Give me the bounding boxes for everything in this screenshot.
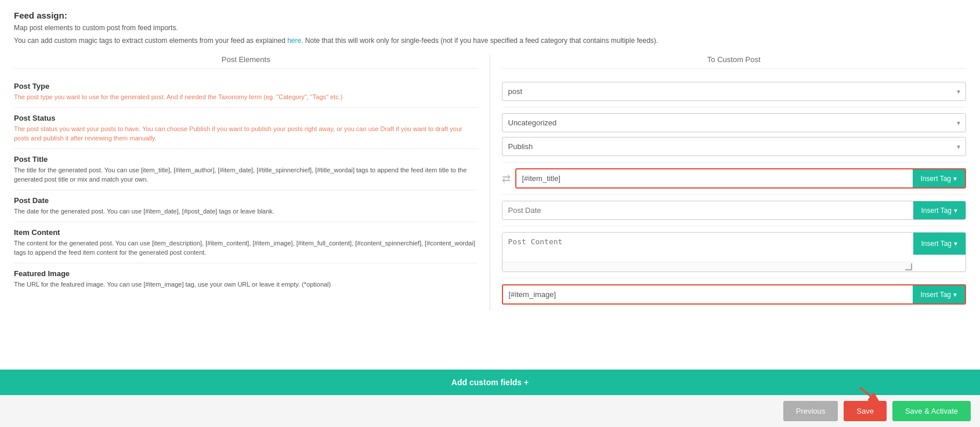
right-field-featured-image: Insert Tag ▾ <box>502 278 967 310</box>
arrow-indicator-svg <box>857 385 886 408</box>
note-link[interactable]: here <box>287 37 301 45</box>
featured-image-chevron-icon: ▾ <box>953 291 957 299</box>
post-title-input-wrapper: Insert Tag ▾ <box>515 168 967 189</box>
post-content-chevron-icon: ▾ <box>954 240 957 248</box>
field-group-post-title: Post Title The title for the generated p… <box>14 149 478 190</box>
field-group-post-status: Post Status The post status you want you… <box>14 108 478 149</box>
shuffle-icon[interactable]: ⇄ <box>502 172 511 185</box>
right-field-item-content: Insert Tag ▾ <box>502 226 967 278</box>
right-field-post-status: Uncategorized ▾ Publish Draft ▾ <box>502 107 967 162</box>
left-col-header: Post Elements <box>14 55 478 69</box>
post-date-insert-tag-button[interactable]: Insert Tag ▾ <box>913 201 965 219</box>
post-type-select[interactable]: post page <box>502 82 967 101</box>
right-field-post-type: post page ▾ <box>502 76 967 107</box>
insert-tag-chevron-icon: ▾ <box>953 175 957 183</box>
post-type-select-wrapper: post page ▾ <box>502 82 967 101</box>
save-activate-button[interactable]: Save & Activate <box>892 401 971 421</box>
featured-image-insert-tag-button[interactable]: Insert Tag ▾ <box>913 285 965 303</box>
page-container: Feed assign: Map post elements to custom… <box>0 0 980 427</box>
featured-image-input-wrapper: Insert Tag ▾ <box>502 284 967 305</box>
field-label-featured-image: Featured Image <box>14 269 478 278</box>
previous-button[interactable]: Previous <box>783 401 838 421</box>
post-status-category-wrapper: Uncategorized ▾ <box>502 113 967 132</box>
post-date-chevron-icon: ▾ <box>954 207 957 215</box>
field-desc-post-title: The title for the generated post. You ca… <box>14 166 478 184</box>
arrow-indicator <box>857 385 886 410</box>
page-title: Feed assign: <box>14 10 966 20</box>
field-group-post-date: Post Date The date for the generated pos… <box>14 190 478 222</box>
field-label-post-title: Post Title <box>14 155 478 164</box>
post-status-publish-wrapper: Publish Draft ▾ <box>502 137 967 156</box>
featured-image-input[interactable] <box>503 285 913 303</box>
field-desc-item-content: The content for the generated post. You … <box>14 239 478 257</box>
post-date-input-wrapper: Insert Tag ▾ <box>502 201 967 220</box>
field-label-post-type: Post Type <box>14 82 478 91</box>
two-col-layout: Post Elements Post Type The post type yo… <box>14 55 966 310</box>
post-title-insert-tag-button[interactable]: Insert Tag ▾ <box>913 169 965 187</box>
field-group-item-content: Item Content The content for the generat… <box>14 222 478 263</box>
field-group-post-type: Post Type The post type you want to use … <box>14 76 478 108</box>
right-field-post-date: Insert Tag ▾ <box>502 195 967 226</box>
post-content-insert-tag-button[interactable]: Insert Tag ▾ <box>913 233 965 255</box>
field-desc-post-date: The date for the generated post. You can… <box>14 207 478 216</box>
post-date-insert-tag-label: Insert Tag <box>921 207 952 215</box>
post-content-insert-tag-label: Insert Tag <box>921 240 952 248</box>
post-status-category-select[interactable]: Uncategorized <box>502 113 967 132</box>
post-status-publish-select[interactable]: Publish Draft <box>502 137 967 156</box>
field-label-item-content: Item Content <box>14 228 478 237</box>
insert-tag-label: Insert Tag <box>921 175 951 183</box>
description-note: You can add custom magic tags to extract… <box>14 35 966 46</box>
add-custom-fields-label: Add custom fields + <box>451 378 529 387</box>
add-custom-fields-bar[interactable]: Add custom fields + <box>0 370 980 395</box>
field-desc-featured-image: The URL for the featured image. You can … <box>14 280 478 289</box>
resize-handle-icon[interactable] <box>905 263 912 270</box>
post-title-input[interactable] <box>516 169 913 187</box>
field-desc-post-status: The post status you want your posts to h… <box>14 125 478 143</box>
featured-image-insert-tag-label: Insert Tag <box>921 291 951 299</box>
right-column: To Custom Post post page ▾ <box>490 55 967 310</box>
field-label-post-status: Post Status <box>14 114 478 122</box>
field-label-post-date: Post Date <box>14 196 478 205</box>
post-date-input[interactable] <box>502 201 913 219</box>
right-col-header: To Custom Post <box>502 55 967 69</box>
note-suffix: . Note that this will work only for sing… <box>301 37 658 45</box>
post-content-textarea[interactable] <box>502 233 913 262</box>
footer-actions: Previous Save Save & Activate <box>0 395 980 427</box>
field-desc-post-type: The post type you want to use for the ge… <box>14 93 478 102</box>
left-column: Post Elements Post Type The post type yo… <box>14 55 490 310</box>
field-group-featured-image: Featured Image The URL for the featured … <box>14 263 478 295</box>
main-content: Feed assign: Map post elements to custom… <box>0 0 980 370</box>
svg-line-1 <box>860 388 881 405</box>
post-content-wrapper: Insert Tag ▾ <box>502 232 967 272</box>
note-text: You can add custom magic tags to extract… <box>14 37 287 45</box>
subtitle: Map post elements to custom post from fe… <box>14 24 966 32</box>
right-field-post-title: ⇄ Insert Tag ▾ <box>502 162 967 195</box>
